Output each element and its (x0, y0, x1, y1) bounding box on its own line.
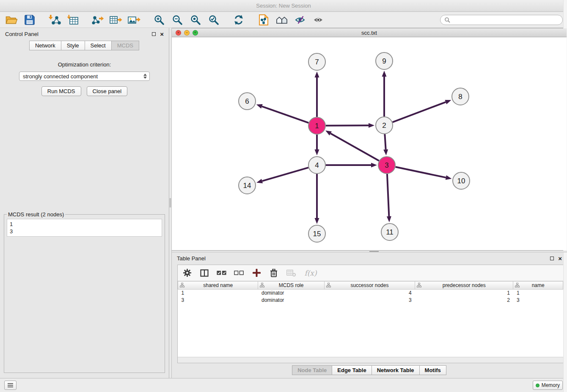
table-cell[interactable]: dominator (258, 290, 324, 297)
open-file-button[interactable] (4, 13, 19, 27)
deselect-all-button[interactable] (234, 268, 244, 278)
criterion-dropdown[interactable]: strongly connected component (19, 72, 150, 81)
table-cell[interactable]: 1 (415, 290, 513, 297)
node-table-region: f(x) shared nameMCDS rolesuccessor nodes… (177, 265, 564, 363)
network-document-button[interactable] (256, 13, 271, 27)
column-type-icon (326, 283, 331, 289)
export-image-icon (128, 14, 140, 25)
close-panel-icon[interactable]: × (558, 255, 562, 262)
edge-arrowhead-icon (315, 149, 319, 155)
home-networks-button[interactable] (275, 13, 289, 27)
graph-edge-2-3[interactable] (385, 134, 385, 149)
splitter-grab-icon[interactable] (170, 198, 171, 207)
float-panel-icon[interactable] (550, 257, 554, 260)
table-tab-edge-table[interactable]: Edge Table (332, 365, 372, 375)
function-builder-button[interactable]: f(x) (303, 268, 318, 278)
mcds-result-legend: MCDS result (2 nodes) (7, 211, 65, 218)
close-panel-button[interactable]: Close panel (87, 86, 128, 96)
add-row-button[interactable] (251, 268, 261, 278)
delete-row-button[interactable] (269, 268, 279, 278)
table-cell[interactable]: 4 (324, 290, 415, 297)
memory-button[interactable]: Memory (533, 381, 563, 390)
edge-arrowhead-icon (371, 163, 377, 168)
apply-layout-button[interactable] (231, 13, 246, 27)
float-panel-icon[interactable] (152, 32, 156, 36)
mcds-result-box: MCDS result (2 nodes) 1 3 (4, 211, 165, 373)
network-canvas[interactable]: 7968124314101511 (172, 37, 567, 250)
graph-edge-3-1[interactable] (330, 133, 379, 161)
graph-edge-3-10[interactable] (396, 167, 446, 177)
checked-boxes-icon (217, 270, 227, 276)
network-window-title: scc.txt (361, 30, 377, 36)
import-table-button[interactable] (66, 13, 80, 27)
table-settings-button[interactable] (182, 268, 192, 278)
table-horizontal-scrollbar[interactable] (178, 357, 563, 363)
graph-node-label: 10 (457, 177, 465, 185)
memory-status-icon (536, 384, 539, 387)
edge-arrowhead-icon (325, 130, 332, 135)
table-header-row: shared nameMCDS rolesuccessor nodesprede… (178, 282, 563, 290)
column-header-predecessor-nodes[interactable]: predecessor nodes (415, 282, 513, 290)
table-tab-motifs[interactable]: Motifs (419, 365, 446, 375)
hide-details-button[interactable] (293, 13, 307, 27)
table-cell[interactable]: 1 (178, 290, 258, 297)
table-cell[interactable]: 3 (324, 297, 415, 304)
zoom-out-button[interactable] (170, 13, 184, 27)
search-input[interactable] (453, 17, 559, 23)
table-cell[interactable]: 1 (513, 290, 563, 297)
export-table-button[interactable] (109, 13, 123, 27)
graph-edge-1-6[interactable] (262, 106, 308, 123)
column-header-name[interactable]: name (513, 282, 563, 290)
graph-edge-2-8[interactable] (393, 102, 446, 122)
import-network-button[interactable] (47, 13, 62, 27)
graph-edge-3-11[interactable] (387, 174, 389, 216)
show-column-button[interactable] (199, 268, 209, 278)
graph-node-label: 1 (315, 122, 319, 130)
search-box[interactable] (440, 15, 563, 25)
table-cell[interactable]: 2 (415, 297, 513, 304)
run-mcds-button[interactable]: Run MCDS (41, 86, 81, 96)
show-panels-button[interactable] (4, 381, 17, 390)
table-cell[interactable]: 3 (178, 297, 258, 304)
optimization-criterion-label: Optimization criterion: (0, 61, 169, 68)
zoom-fit-button[interactable] (188, 13, 203, 27)
table-cell[interactable]: dominator (258, 297, 324, 304)
zoom-selected-button[interactable] (206, 13, 221, 27)
table-row[interactable]: 3dominator323 (178, 297, 563, 304)
application-window: Session: New Session Control Panel (0, 0, 567, 392)
close-window-icon[interactable]: × (176, 30, 181, 36)
show-details-button[interactable] (311, 13, 325, 27)
table-cell[interactable]: 3 (513, 297, 563, 304)
column-header-shared-name[interactable]: shared name (178, 282, 258, 290)
minimize-window-icon[interactable]: − (184, 30, 190, 36)
zoom-window-icon[interactable]: + (193, 30, 198, 36)
export-network-button[interactable] (91, 13, 105, 27)
zoom-in-button[interactable] (152, 13, 166, 27)
control-panel-tab-network[interactable]: Network (29, 41, 61, 50)
select-all-button[interactable] (217, 268, 227, 278)
close-panel-icon[interactable]: × (160, 31, 164, 37)
column-header-MCDS-role[interactable]: MCDS role (258, 282, 324, 290)
splitter-grab-icon[interactable] (369, 251, 379, 252)
export-image-button[interactable] (127, 13, 141, 27)
control-panel-header: Control Panel × (0, 28, 169, 40)
export-table-icon (110, 14, 122, 25)
graph-edge-4-14[interactable] (262, 168, 308, 181)
network-graph[interactable]: 7968124314101511 (172, 37, 566, 250)
unchecked-boxes-icon (234, 270, 244, 276)
control-panel-tab-style[interactable]: Style (61, 41, 85, 50)
graph-edge-1-2[interactable] (326, 125, 369, 126)
node-table: shared nameMCDS rolesuccessor nodesprede… (178, 281, 563, 304)
window-title-bar: Session: New Session (0, 0, 567, 12)
column-header-successor-nodes[interactable]: successor nodes (324, 282, 415, 290)
control-panel-tab-mcds[interactable]: MCDS (111, 41, 139, 50)
table-tab-network-table[interactable]: Network Table (372, 365, 420, 375)
table-row[interactable]: 1dominator411 (178, 290, 563, 297)
dropdown-arrows-icon (143, 72, 148, 80)
table-splitter[interactable] (172, 251, 567, 252)
table-tab-node-table[interactable]: Node Table (292, 365, 332, 375)
control-panel-tab-select[interactable]: Select (85, 41, 112, 50)
graph-node-label: 7 (315, 58, 319, 66)
delete-table-button[interactable] (286, 268, 296, 278)
save-session-button[interactable] (22, 13, 37, 27)
